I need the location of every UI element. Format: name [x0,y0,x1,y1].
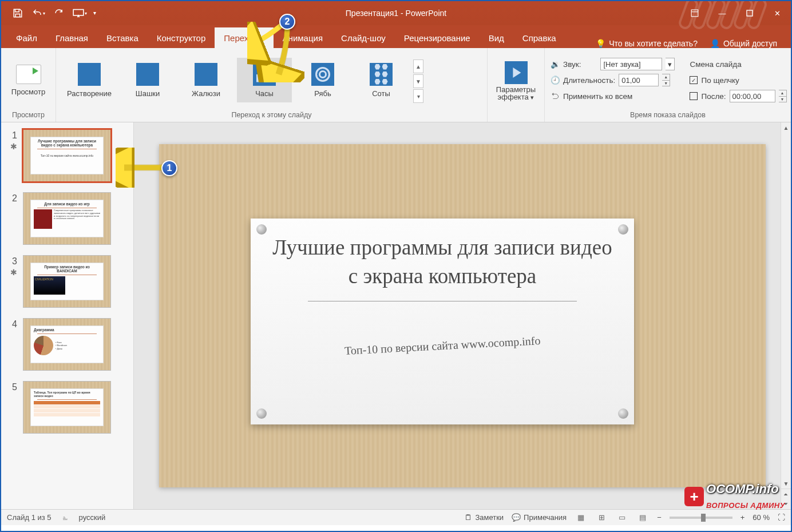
group-label-gallery: Переход к этому слайду [62,110,481,121]
start-slideshow-button[interactable]: ▾ [70,5,89,22]
preview-button[interactable]: Просмотр [8,62,49,98]
effect-options-button[interactable]: Параметры эффекта ▾ [496,59,536,101]
close-button[interactable]: ✕ [763,5,791,22]
ribbon-options-button[interactable] [681,5,708,22]
slide-divider [308,301,577,301]
slide-title[interactable]: Лучшие программы для записи видео с экра… [270,233,615,291]
thumb-row-3: 3✱ Пример записи видео из BANDICAMCIVILI… [6,255,129,308]
slide-canvas[interactable]: Лучшие программы для записи видео с экра… [159,144,766,487]
reading-view-button[interactable]: ▭ [616,513,628,523]
thumb-row-2: 2 Для записи видео из игрСовременные про… [6,192,129,245]
slide-subtitle[interactable]: Топ-10 по версии сайта www.ocomp.info [344,334,540,358]
after-checkbox[interactable] [690,92,698,100]
normal-view-button[interactable]: ▦ [575,513,587,523]
dissolve-icon [78,63,101,86]
tab-transitions[interactable]: Переходы [215,27,273,48]
transition-blinds[interactable]: Жалюзи [179,58,233,102]
after-time-input[interactable]: 00:00,00 [730,90,775,102]
transition-dissolve[interactable]: Растворение [62,58,117,102]
zoom-in-button[interactable]: + [740,513,745,522]
transition-star-icon: ✱ [10,142,17,151]
notes-button[interactable]: 🗒Заметки [465,513,504,522]
transition-ripple[interactable]: Рябь [295,58,350,102]
sorter-view-button[interactable]: ⊞ [595,513,608,523]
gallery-up-button[interactable]: ▲ [413,59,423,73]
transition-label: Жалюзи [192,89,220,98]
tab-file[interactable]: Файл [7,27,46,48]
minimize-button[interactable]: — [708,5,736,22]
zoom-out-button[interactable]: − [657,513,662,522]
gallery-down-button[interactable]: ▼ [413,74,423,88]
group-transitions-gallery: Растворение Шашки Жалюзи Часы Рябь Соты [56,48,488,122]
spellcheck-icon[interactable]: ⎁ [63,513,68,522]
slide-counter: Слайд 1 из 5 [7,513,52,522]
tell-me-search[interactable]: 💡 Что вы хотите сделать? [596,39,698,48]
advance-slide-header: Смена слайда [690,60,741,69]
svg-rect-2 [747,10,753,16]
zoom-level[interactable]: 60 % [753,513,770,522]
effect-options-icon [505,61,528,84]
on-click-checkbox[interactable]: ✓ [690,76,698,84]
language-indicator[interactable]: русский [79,513,106,522]
group-effect-options: Параметры эффекта ▾ [488,48,545,122]
tab-view[interactable]: Вид [480,27,513,48]
share-button[interactable]: 👤 Общий доступ [710,39,777,48]
window-controls: — ✕ [681,5,791,22]
qat-customize-button[interactable]: ▾ [90,5,98,22]
group-timing: 🔉 Звук: [Нет звука] ▾ 🕘 Длительность: 01… [545,48,791,122]
sound-dropdown[interactable]: [Нет звука] [600,58,662,70]
sound-icon: 🔉 [551,59,560,69]
thumb-number: 2 [6,192,17,245]
sound-dropdown-arrow[interactable]: ▾ [666,58,675,70]
tab-slideshow[interactable]: Слайд-шоу [332,27,395,48]
scroll-up-button[interactable]: ▲ [781,122,791,133]
thumb-number: 3✱ [6,255,17,308]
tab-animations[interactable]: Анимация [274,27,332,48]
transition-label: Часы [255,89,274,98]
tab-insert[interactable]: Вставка [97,27,148,48]
undo-button[interactable]: ▾ [29,5,48,22]
lightbulb-icon: 💡 [596,39,605,48]
quick-access-toolbar: ▾ ▾ ▾ [8,5,98,22]
screw-decor [256,224,267,235]
duration-label: Длительность: [563,76,615,85]
comments-button[interactable]: 💬Примечания [512,513,567,522]
screw-decor [618,224,628,235]
maximize-button[interactable] [736,5,763,22]
transition-star-icon: ✱ [10,268,17,277]
duration-spinner[interactable]: ▲▼ [662,74,670,86]
watermark: + OCOMP.info ВОПРОСЫ АДМИНУ [684,482,785,511]
title-bar: ▾ ▾ ▾ Презентация1 - PowerPoint — ✕ [1,1,791,25]
tab-design[interactable]: Конструктор [148,27,215,48]
redo-button[interactable] [49,5,69,22]
slide-thumbnail-2[interactable]: Для записи видео из игрСовременные прогр… [23,192,111,245]
duration-value: 01,00 [621,76,640,85]
slide-thumbnail-1[interactable]: Лучшие программы для записи видео с экра… [23,129,111,182]
apply-all-button[interactable]: Применить ко всем [563,92,632,101]
tab-help[interactable]: Справка [513,27,565,48]
checkerboard-icon [136,63,159,86]
duration-input[interactable]: 01,00 [619,74,659,86]
screw-decor [256,408,267,419]
thumb-number: 5 [6,381,17,434]
transition-honeycomb[interactable]: Соты [354,58,409,102]
slide-content-card: Лучшие программы для записи видео с экра… [251,219,634,424]
slide-thumbnail-3[interactable]: Пример записи видео из BANDICAMCIVILIZAT… [23,255,111,308]
fit-to-window-button[interactable]: ⛶ [778,513,785,522]
tab-review[interactable]: Рецензирование [395,27,480,48]
slide-thumbnail-5[interactable]: Таблица. Топ программ по ЦП во время зап… [23,381,111,434]
apply-all-icon: ⮌ [551,92,560,101]
annotation-badge-2: 2 [279,14,295,30]
gallery-more-button[interactable]: ▾ [413,89,423,103]
transition-clock[interactable]: Часы [237,58,292,102]
after-time-spinner[interactable]: ▲▼ [779,90,787,102]
transition-checkerboard[interactable]: Шашки [120,58,175,102]
scrollbar-track[interactable] [781,133,791,478]
save-button[interactable] [8,5,27,22]
tab-home[interactable]: Главная [46,27,97,48]
slideshow-view-button[interactable]: ▤ [636,513,649,523]
ribbon: Просмотр Просмотр Растворение Шашки Жалю… [1,48,791,122]
slide-thumbnail-4[interactable]: Диаграмма• Free• Bandicam• Движ [23,318,111,371]
effect-options-label2: эффекта [498,93,529,101]
zoom-slider[interactable] [670,517,732,519]
